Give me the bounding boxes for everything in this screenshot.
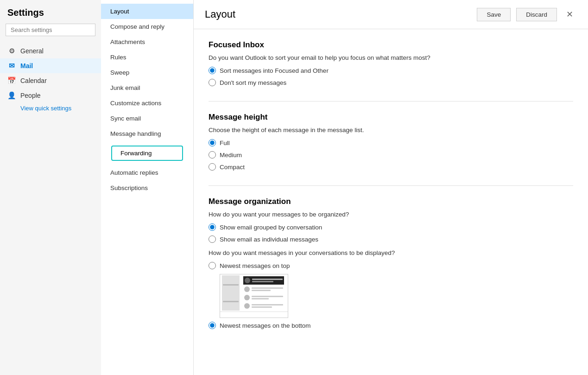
- preview-line-3a: [252, 304, 283, 305]
- full-label: Full: [220, 140, 230, 146]
- preview-line-2b: [252, 298, 269, 299]
- subnav-item-automatic-replies[interactable]: Automatic replies: [101, 165, 193, 180]
- grouped-conversation-radio[interactable]: [209, 223, 216, 231]
- radio-dont-sort[interactable]: Don't sort my messages: [209, 79, 573, 86]
- app-title: Settings: [0, 7, 101, 24]
- divider-1: [209, 101, 573, 102]
- preview-light-row-3: [243, 302, 284, 310]
- dont-sort-label: Don't sort my messages: [220, 79, 286, 86]
- page-title: Layout: [205, 8, 471, 20]
- preview-text-2: [252, 296, 283, 299]
- preview-content-area: [241, 275, 286, 311]
- grouped-conversation-label: Show email grouped by conversation: [220, 224, 322, 231]
- preview-line-2a: [252, 296, 283, 297]
- sort-focused-label: Sort messages into Focused and Other: [220, 67, 329, 74]
- main-header: Layout Save Discard ✕: [194, 0, 588, 29]
- preview-line-1b: [252, 290, 271, 291]
- sidebar-item-people[interactable]: 👤 People: [0, 88, 101, 103]
- preview-text-dark: [252, 279, 283, 282]
- sidebar-item-general[interactable]: ⚙ General: [0, 44, 101, 58]
- gear-icon: ⚙: [7, 47, 16, 55]
- subnav-item-layout[interactable]: Layout: [101, 4, 193, 19]
- radio-full[interactable]: Full: [209, 139, 573, 146]
- radio-sort-focused[interactable]: Sort messages into Focused and Other: [209, 67, 573, 74]
- save-button[interactable]: Save: [477, 8, 511, 21]
- radio-newest-bottom[interactable]: Newest messages on the bottom: [209, 322, 573, 329]
- preview-row-1: [220, 274, 288, 312]
- newest-top-radio[interactable]: [209, 262, 216, 269]
- preview-sidebar-line: [223, 284, 239, 286]
- preview-line-1a: [252, 287, 283, 289]
- subnav-item-rules[interactable]: Rules: [101, 50, 193, 65]
- focused-inbox-section: Focused Inbox Do you want Outlook to sor…: [209, 40, 573, 86]
- close-button[interactable]: ✕: [563, 7, 577, 21]
- message-organization-section: Message organization How do you want you…: [209, 197, 573, 329]
- main-content: Focused Inbox Do you want Outlook to sor…: [194, 29, 588, 375]
- preview-dark-row: [243, 276, 284, 285]
- radio-grouped-conversation[interactable]: Show email grouped by conversation: [209, 223, 573, 231]
- subnav-item-sync-email[interactable]: Sync email: [101, 111, 193, 126]
- preview-line-3b: [252, 306, 272, 308]
- calendar-icon: 📅: [7, 76, 16, 85]
- full-radio[interactable]: [209, 139, 216, 146]
- search-input[interactable]: [6, 24, 95, 36]
- discard-button[interactable]: Discard: [516, 8, 557, 21]
- individual-messages-radio[interactable]: [209, 235, 216, 243]
- message-organization-question2: How do you want messages in your convers…: [209, 249, 573, 256]
- message-organization-title: Message organization: [209, 197, 573, 206]
- mail-icon: ✉: [7, 62, 16, 70]
- subnav-item-message-handling[interactable]: Message handling: [101, 126, 193, 141]
- preview-light-row-2: [243, 294, 284, 301]
- main-panel: Layout Save Discard ✕ Focused Inbox Do y…: [194, 0, 588, 375]
- preview-sidebar: [222, 275, 240, 311]
- subnav-item-forwarding[interactable]: Forwarding: [101, 141, 193, 165]
- preview-light-row-1: [243, 286, 284, 293]
- preview-avatar-light1: [244, 286, 250, 292]
- radio-individual-messages[interactable]: Show email as individual messages: [209, 235, 573, 243]
- subnav-item-attachments[interactable]: Attachments: [101, 34, 193, 50]
- focused-inbox-title: Focused Inbox: [209, 40, 573, 50]
- message-height-title: Message height: [209, 113, 573, 122]
- forwarding-highlight-box[interactable]: Forwarding: [111, 146, 183, 161]
- subnav: Layout Compose and reply Attachments Rul…: [101, 0, 194, 375]
- newest-top-label: Newest messages on top: [220, 262, 290, 269]
- message-organization-question1: How do you want your messages to be orga…: [209, 211, 573, 218]
- newest-bottom-label: Newest messages on the bottom: [220, 322, 311, 329]
- individual-messages-label: Show email as individual messages: [220, 236, 318, 243]
- preview-avatar-dark: [245, 278, 250, 283]
- subnav-item-subscriptions[interactable]: Subscriptions: [101, 180, 193, 196]
- radio-compact[interactable]: Compact: [209, 163, 573, 171]
- radio-medium[interactable]: Medium: [209, 151, 573, 159]
- preview-line-white-short: [252, 281, 273, 282]
- sort-focused-radio[interactable]: [209, 67, 216, 74]
- message-height-question: Choose the height of each message in the…: [209, 127, 573, 133]
- medium-radio[interactable]: [209, 151, 216, 159]
- preview-sidebar-line: [223, 301, 239, 302]
- medium-label: Medium: [220, 152, 242, 159]
- preview-avatar-light3: [244, 303, 250, 309]
- divider-2: [209, 185, 573, 186]
- preview-text-3: [252, 304, 283, 308]
- subnav-item-junk-email[interactable]: Junk email: [101, 80, 193, 95]
- sidebar-item-calendar[interactable]: 📅 Calendar: [0, 73, 101, 88]
- sidebar-item-mail[interactable]: ✉ Mail: [0, 58, 101, 73]
- message-height-section: Message height Choose the height of each…: [209, 113, 573, 171]
- newest-top-preview: [220, 274, 288, 318]
- sidebar: Settings ⚙ General ✉ Mail 📅 Calendar 👤 P…: [0, 0, 101, 375]
- people-icon: 👤: [7, 91, 16, 100]
- subnav-item-customize-actions[interactable]: Customize actions: [101, 95, 193, 111]
- focused-inbox-question: Do you want Outlook to sort your email t…: [209, 54, 573, 61]
- compact-radio[interactable]: [209, 163, 216, 171]
- compact-label: Compact: [220, 164, 245, 171]
- subnav-item-sweep[interactable]: Sweep: [101, 65, 193, 80]
- preview-avatar-light2: [244, 295, 250, 300]
- subnav-item-compose-reply[interactable]: Compose and reply: [101, 19, 193, 34]
- preview-line-white: [252, 279, 283, 280]
- dont-sort-radio[interactable]: [209, 79, 216, 86]
- view-quick-settings-link[interactable]: View quick settings: [0, 103, 101, 114]
- preview-text-1: [252, 287, 283, 291]
- radio-newest-top[interactable]: Newest messages on top: [209, 262, 573, 269]
- newest-bottom-radio[interactable]: [209, 322, 216, 329]
